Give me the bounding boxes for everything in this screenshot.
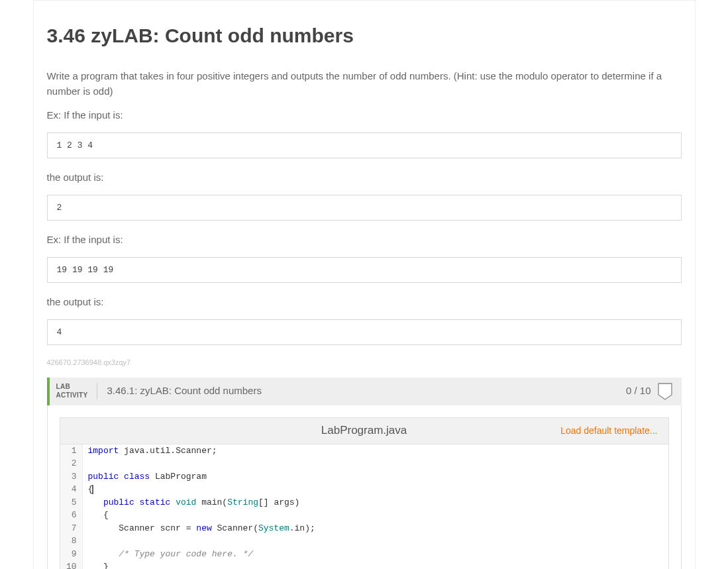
code-line[interactable]: 1import java.util.Scanner;	[60, 444, 668, 458]
code-text[interactable]: {	[83, 483, 668, 496]
activity-header: LAB ACTIVITY 3.46.1: zyLAB: Count odd nu…	[47, 378, 682, 405]
example2-output-label: the output is:	[47, 295, 682, 310]
code-line[interactable]: 5 public static void main(String[] args)	[60, 496, 668, 509]
lab-tag-line2: ACTIVITY	[56, 391, 88, 400]
lab-tag-line1: LAB	[56, 383, 88, 391]
code-text[interactable]: import java.util.Scanner;	[83, 444, 668, 458]
code-line[interactable]: 10 }	[60, 560, 668, 569]
score-shield-icon	[658, 383, 672, 400]
code-text[interactable]: }	[83, 560, 668, 569]
line-number: 8	[60, 535, 83, 548]
example2-input-label: Ex: If the input is:	[47, 233, 682, 248]
code-line[interactable]: 8	[60, 535, 668, 548]
code-text[interactable]	[83, 457, 668, 470]
example1-output-label: the output is:	[47, 170, 682, 185]
line-number: 7	[60, 522, 83, 535]
example1-output-block: 2	[47, 195, 682, 221]
editor-tab-bar: LabProgram.java Load default template...	[60, 417, 669, 444]
code-line[interactable]: 2	[60, 457, 668, 470]
lab-activity-tag: LAB ACTIVITY	[56, 383, 98, 399]
page-title: 3.46 zyLAB: Count odd numbers	[47, 21, 682, 50]
activity-score: 0 / 10	[626, 384, 651, 399]
code-text[interactable]	[83, 535, 668, 548]
line-number: 3	[60, 470, 83, 484]
example1-input-block: 1 2 3 4	[47, 132, 682, 159]
code-line[interactable]: 7 Scanner scnr = new Scanner(System.in);	[60, 522, 668, 535]
load-default-link[interactable]: Load default template...	[560, 424, 668, 438]
watermark-id: 426670.2736948.qx3zqy7	[47, 357, 682, 368]
line-number: 5	[60, 496, 83, 509]
line-number: 10	[60, 560, 83, 569]
line-number: 2	[60, 457, 83, 470]
code-text[interactable]: Scanner scnr = new Scanner(System.in);	[83, 522, 668, 535]
example2-input-block: 19 19 19 19	[47, 257, 682, 284]
code-editor[interactable]: 1import java.util.Scanner;23public class…	[60, 444, 669, 570]
problem-description: Write a program that takes in four posit…	[47, 69, 682, 99]
code-text[interactable]: {	[83, 509, 668, 522]
code-text[interactable]: /* Type your code here. */	[83, 548, 668, 561]
code-line[interactable]: 9 /* Type your code here. */	[60, 548, 668, 561]
line-number: 4	[60, 483, 83, 496]
code-line[interactable]: 6 {	[60, 509, 668, 522]
editor-panel: LabProgram.java Load default template...…	[47, 405, 682, 570]
activity-title: 3.46.1: zyLAB: Count odd numbers	[97, 384, 626, 399]
example2-output-block: 4	[47, 319, 682, 346]
line-number: 1	[60, 444, 83, 458]
line-number: 9	[60, 548, 83, 561]
code-line[interactable]: 4{	[60, 483, 668, 496]
page-container: 3.46 zyLAB: Count odd numbers Write a pr…	[33, 0, 696, 569]
code-line[interactable]: 3public class LabProgram	[60, 470, 668, 484]
code-text[interactable]: public static void main(String[] args)	[83, 496, 668, 509]
line-number: 6	[60, 509, 83, 522]
code-text[interactable]: public class LabProgram	[83, 470, 668, 484]
example1-input-label: Ex: If the input is:	[47, 108, 682, 123]
editor-filename: LabProgram.java	[321, 422, 407, 439]
